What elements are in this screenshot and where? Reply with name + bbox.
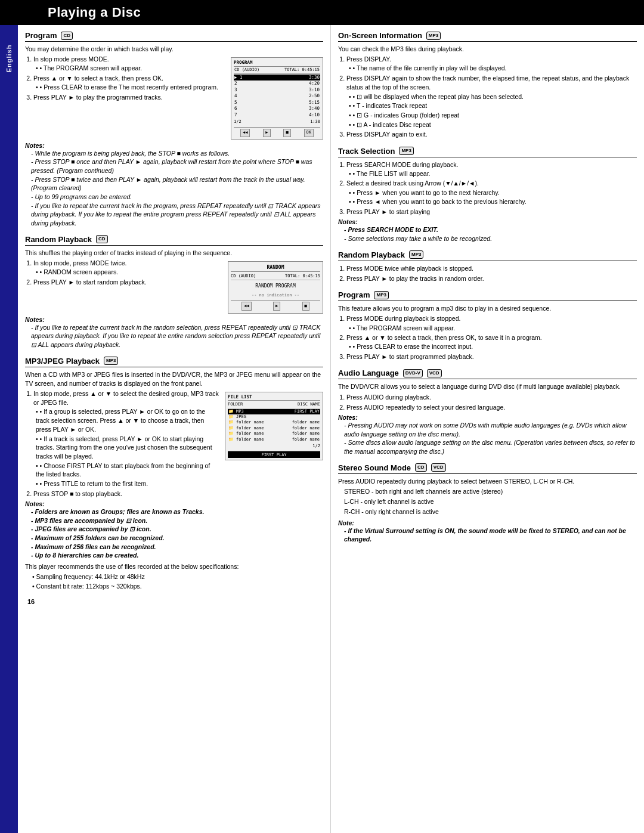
step-3: Press PLAY ► to start playing (346, 208, 637, 216)
spec-1: Sampling frequency: 44.1kHz or 48kHz (32, 572, 323, 581)
spec-2: Constant bit rate: 112kbps ~ 320kbps. (32, 582, 323, 591)
sidebar-label: English (5, 45, 13, 73)
badge-vcd-audio: VCD (427, 369, 442, 377)
left-column: Program CD You may determine the order i… (18, 25, 331, 833)
audio-language-title: Audio Language (338, 368, 399, 377)
section-on-screen-info: On-Screen Information MP3 You can check … (338, 31, 637, 140)
random-cd-steps: In stop mode, press MODE twice. • RANDOM… (33, 259, 222, 287)
sidebar: English (0, 25, 18, 833)
section-title-track-selection: Track Selection MP3 (338, 147, 637, 157)
badge-mp3-program: MP3 (374, 291, 388, 299)
badge-mp3-track: MP3 (399, 147, 413, 155)
stereo-sound-note: Note: - If the Virtual Surround setting … (338, 519, 637, 544)
random-mp3-steps: Press MODE twice while playback is stopp… (346, 264, 637, 283)
step-2: Press STOP ■ to stop playback. (33, 490, 220, 498)
random-mp3-title: Random Playback (338, 250, 405, 259)
program-cd-notes: Notes: - While the program is being play… (25, 142, 323, 228)
step-3: Press DISPLAY again to exit. (346, 130, 637, 139)
stereo-info-stereo: STEREO - both right and left channels ar… (344, 487, 637, 496)
step-1: In stop mode, press MODE twice. • RANDOM… (33, 259, 222, 277)
stereo-sound-title: Stereo Sound Mode (338, 463, 411, 472)
mp3-jpeg-title: MP3/JPEG Playback (25, 357, 100, 366)
stereo-info-rch: R-CH - only right channel is active (344, 507, 637, 516)
on-screen-info-intro: You can check the MP3 files during playb… (338, 45, 637, 54)
section-stereo-sound: Stereo Sound Mode CD VCD Press AUDIO rep… (338, 463, 637, 544)
program-cd-steps: In stop mode press MODE. • The PROGRAM s… (33, 55, 225, 102)
random-cd-intro: This shuffles the playing order of track… (25, 249, 323, 258)
section-title-random-mp3: Random Playback MP3 (338, 250, 637, 261)
badge-mp3-info: MP3 (426, 32, 441, 40)
badge-vcd-stereo: VCD (431, 463, 446, 472)
program-mp3-intro: This feature allows you to program a mp3… (338, 304, 637, 313)
section-program-cd: Program CD You may determine the order i… (25, 31, 323, 228)
random-cd-notes: Notes: - If you like to repeat the curre… (25, 316, 323, 349)
track-selection-notes: Notes: - Press SEARCH MODE to EXIT. - So… (338, 218, 637, 243)
section-random-mp3: Random Playback MP3 Press MODE twice whi… (338, 250, 637, 283)
track-selection-title: Track Selection (338, 147, 395, 156)
step-2: Press PLAY ► to play the tracks in rando… (346, 274, 637, 283)
section-title-program-mp3: Program MP3 (338, 290, 637, 301)
track-selection-steps: Press SEARCH MODE during playback. • The… (346, 160, 637, 217)
stereo-sound-info: STEREO - both right and left channels ar… (344, 487, 637, 517)
section-title-stereo-sound: Stereo Sound Mode CD VCD (338, 463, 637, 474)
right-column: On-Screen Information MP3 You can check … (331, 25, 644, 833)
audio-language-intro: The DVD/VCR allows you to select a langu… (338, 382, 637, 391)
mp3-jpeg-intro: When a CD with MP3 or JPEG files is inse… (25, 370, 323, 388)
on-screen-steps: Press DISPLAY. • The name of the file cu… (346, 55, 637, 139)
step-1: Press DISPLAY. • The name of the file cu… (346, 55, 637, 73)
section-random-cd: Random Playback CD This shuffles the pla… (25, 235, 323, 349)
content-area: English Program CD You may determine the… (0, 25, 644, 833)
program-mp3-title: Program (338, 290, 370, 299)
section-track-selection: Track Selection MP3 Press SEARCH MODE du… (338, 147, 637, 243)
badge-cd-random: CD (96, 235, 108, 243)
step-2: Press DISPLAY again to show the track nu… (346, 74, 637, 129)
section-audio-language: Audio Language DVD-V VCD The DVD/VCR all… (338, 368, 637, 456)
program-mp3-steps: Press MODE during playback is stopped. •… (346, 314, 637, 361)
page-title: Playing a Disc (0, 0, 644, 25)
columns: Program CD You may determine the order i… (18, 25, 644, 833)
mp3-jpeg-steps: In stop mode, press ▲ or ▼ to select the… (33, 389, 220, 498)
step-2: Press AUDIO repeatedly to select your de… (346, 403, 637, 412)
step-1: In stop mode press MODE. • The PROGRAM s… (33, 55, 225, 73)
section-title-program-cd: Program CD (25, 31, 323, 42)
step-2: Press PLAY ► to start random playback. (33, 278, 222, 287)
on-screen-info-title: On-Screen Information (338, 31, 422, 40)
section-title-audio-language: Audio Language DVD-V VCD (338, 368, 637, 379)
step-3: Press PLAY ► to play the programmed trac… (33, 93, 225, 102)
step-1: Press MODE twice while playback is stopp… (346, 264, 637, 273)
mp3-jpeg-footer: This player recommends the use of files … (25, 562, 323, 571)
random-cd-title: Random Playback (25, 235, 92, 244)
section-mp3-jpeg: MP3/JPEG Playback MP3 When a CD with MP3… (25, 357, 323, 591)
page: Playing a Disc English Program CD You ma… (0, 0, 644, 833)
section-title-random-cd: Random Playback CD (25, 235, 323, 246)
page-number: 16 (25, 598, 323, 605)
program-screen-mockup: PROGRAM CD (AUDIO)TOTAL: 0:45:15 ▶ 13:30… (231, 57, 323, 139)
step-1: Press SEARCH MODE during playback. • The… (346, 160, 637, 178)
step-2: Select a desired track using Arrow (▼/▲/… (346, 179, 637, 206)
badge-mp3-jpeg: MP3 (104, 357, 118, 365)
program-cd-intro: You may determine the order in which tra… (25, 45, 323, 54)
mp3-jpeg-notes: Notes: - Folders are known as Groups; fi… (25, 500, 323, 560)
badge-dvd-audio: DVD-V (403, 369, 423, 377)
random-screen-mockup: RANDOM CD (AUDIO)TOTAL: 0:45:15 RANDOM P… (228, 261, 323, 314)
step-2: Press ▲ or ▼ to select a track, then pre… (33, 74, 225, 92)
audio-language-steps: Press AUDIO during playback. Press AUDIO… (346, 393, 637, 412)
file-list-mockup: FILE LIST FOLDERDISC NAME 📁MP3FIRST PLAY… (225, 392, 323, 460)
badge-cd-stereo: CD (415, 463, 427, 472)
stereo-sound-intro: Press AUDIO repeatedly during playback t… (338, 477, 637, 486)
badge-cd-program: CD (61, 32, 73, 40)
step-1: Press AUDIO during playback. (346, 393, 637, 402)
step-2: Press ▲ or ▼ to select a track, then pre… (346, 333, 637, 351)
stereo-info-lch: L-CH - only left channel is active (344, 497, 637, 506)
section-title-on-screen-info: On-Screen Information MP3 (338, 31, 637, 42)
audio-language-notes: Notes: - Pressing AUDIO may not work on … (338, 414, 637, 456)
section-program-mp3: Program MP3 This feature allows you to p… (338, 290, 637, 361)
section-title-mp3-jpeg: MP3/JPEG Playback MP3 (25, 357, 323, 367)
step-3: Press PLAY ► to start programmed playbac… (346, 352, 637, 361)
program-cd-title: Program (25, 31, 57, 40)
step-1: In stop mode, press ▲ or ▼ to select the… (33, 389, 220, 488)
step-1: Press MODE during playback is stopped. •… (346, 314, 637, 332)
badge-mp3-random: MP3 (409, 250, 423, 259)
